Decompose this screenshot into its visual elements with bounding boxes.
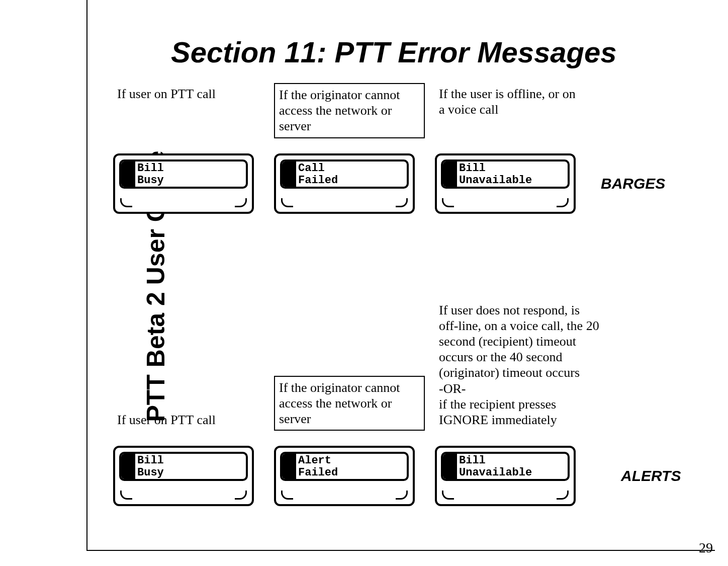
curve-icon xyxy=(281,198,293,207)
row-2-devices: Bill Busy Alert Failed xyxy=(113,446,706,506)
caption-text: If user on PTT call xyxy=(113,409,220,431)
device-screen-mockup: Alert Failed xyxy=(274,446,415,506)
screen-text: Call Failed xyxy=(296,161,340,188)
screen-notch xyxy=(443,161,457,187)
curve-icon xyxy=(442,491,454,500)
cell: If user does not respond, is off-line, o… xyxy=(435,299,606,441)
screen-notch xyxy=(121,161,135,187)
page-number: 29 xyxy=(699,540,713,556)
screen-text: Bill Unavailable xyxy=(457,161,534,188)
screen-notch xyxy=(121,454,135,479)
device-screen: Alert Failed xyxy=(280,452,409,481)
device-screen-mockup: Bill Busy xyxy=(113,446,254,506)
cell: Call Failed xyxy=(274,153,425,214)
cell: Bill Busy xyxy=(113,153,264,214)
cell: Alert Failed xyxy=(274,446,425,506)
curve-icon xyxy=(396,491,408,500)
curve-icon xyxy=(120,491,132,500)
curve-icon xyxy=(557,198,569,207)
caption-text: If the originator cannot access the netw… xyxy=(274,376,425,431)
cell: If user on PTT call xyxy=(113,83,264,115)
device-screen: Bill Unavailable xyxy=(441,159,570,189)
device-curves xyxy=(281,196,408,210)
row-1-devices: Bill Busy Call Failed xyxy=(113,153,706,214)
row-label-barges: BARGES xyxy=(601,175,665,192)
curve-icon xyxy=(396,198,408,207)
screen-text: Bill Unavailable xyxy=(457,454,534,480)
caption-text: If the originator cannot access the netw… xyxy=(274,83,425,138)
device-curves xyxy=(281,488,408,502)
curve-icon xyxy=(281,491,293,500)
curve-icon xyxy=(557,491,569,500)
cell: If the user is offline, or on a voice ca… xyxy=(435,83,586,130)
device-screen: Call Failed xyxy=(280,159,409,189)
cell: Bill Busy xyxy=(113,446,264,506)
page-title: Section 11: PTT Error Messages xyxy=(171,35,616,69)
curve-icon xyxy=(442,198,454,207)
device-screen-mockup: Call Failed xyxy=(274,153,415,214)
row-1-captions: If user on PTT call If the originator ca… xyxy=(113,83,706,148)
caption-text: If the user is offline, or on a voice ca… xyxy=(435,83,586,120)
cell: Bill Unavailable xyxy=(435,153,586,214)
caption-text: If user on PTT call xyxy=(113,83,220,105)
curve-icon xyxy=(235,491,247,500)
device-screen: Bill Busy xyxy=(119,452,248,481)
device-screen: Bill Busy xyxy=(119,159,248,189)
device-curves xyxy=(120,488,247,502)
row-2-captions: If user on PTT call If the originator ca… xyxy=(113,299,706,441)
device-curves xyxy=(120,196,247,210)
screen-text: Alert Failed xyxy=(296,454,340,480)
curve-icon xyxy=(235,198,247,207)
device-screen-mockup: Bill Unavailable xyxy=(435,153,576,214)
caption-text: If user does not respond, is off-line, o… xyxy=(435,299,606,431)
device-screen-mockup: Bill Busy xyxy=(113,153,254,214)
cell: If the originator cannot access the netw… xyxy=(274,376,425,441)
cell: If the originator cannot access the netw… xyxy=(274,83,425,148)
row-label-alerts: ALERTS xyxy=(621,467,681,484)
device-curves xyxy=(442,196,569,210)
device-curves xyxy=(442,488,569,502)
curve-icon xyxy=(120,198,132,207)
screen-notch xyxy=(282,454,296,479)
screen-text: Bill Busy xyxy=(135,454,166,480)
screen-text: Bill Busy xyxy=(135,161,166,188)
content-area: If user on PTT call If the originator ca… xyxy=(113,83,706,526)
device-screen-mockup: Bill Unavailable xyxy=(435,446,576,506)
screen-notch xyxy=(282,161,296,187)
cell: If user on PTT call xyxy=(113,409,264,441)
cell: Bill Unavailable xyxy=(435,446,606,506)
device-screen: Bill Unavailable xyxy=(441,452,570,481)
screen-notch xyxy=(443,454,457,479)
